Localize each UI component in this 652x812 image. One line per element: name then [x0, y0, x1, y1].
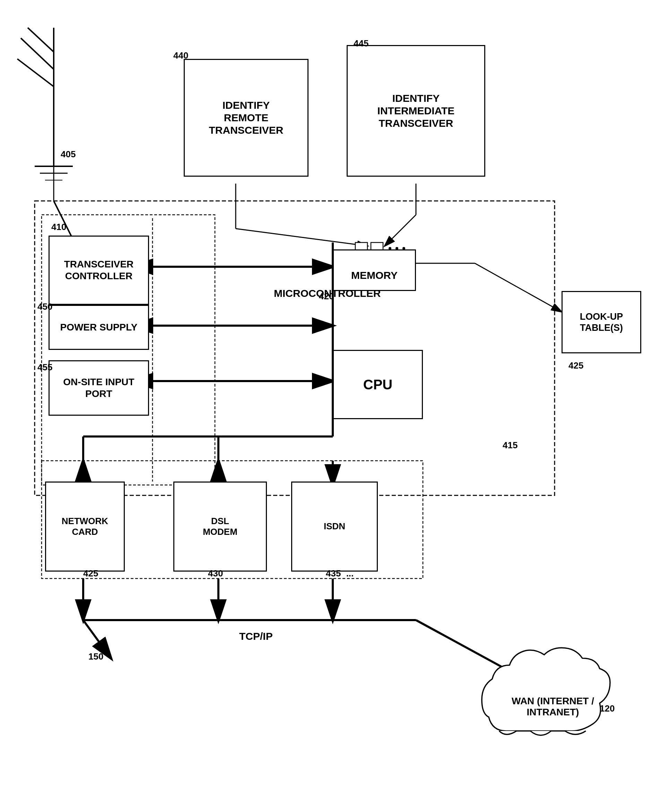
memory-box: MEMORY [333, 249, 416, 291]
svg-line-7 [28, 28, 54, 52]
identify-intermediate-transceiver-box: IDENTIFY INTERMEDIATE TRANSCEIVER [347, 45, 485, 177]
wan-label: WAN (INTERNET / INTRANET) [499, 682, 607, 731]
ref-425-lookup-label: 425 [568, 360, 583, 371]
lookup-table-box: LOOK-UP TABLE(S) [562, 291, 641, 353]
ref-150-label: 150 [89, 651, 103, 662]
power-supply-box: POWER SUPPLY [49, 305, 149, 350]
svg-line-25 [475, 263, 562, 312]
ref-445-label: 445 [354, 38, 369, 49]
ref-440-label: 440 [173, 50, 188, 61]
cpu-box: CPU [333, 350, 423, 419]
diagram: IDENTIFY REMOTE TRANSCEIVER IDENTIFY INT… [0, 0, 652, 812]
tcpip-label: TCP/IP [239, 630, 273, 642]
ref-450-label: 450 [37, 301, 52, 312]
ref-430-label: 430 [208, 568, 223, 579]
svg-line-42 [416, 620, 530, 682]
ref-415-label: 415 [503, 440, 517, 451]
ref-455-label: 455 [37, 362, 52, 373]
svg-line-18 [385, 215, 416, 246]
isdn-box: ISDN [291, 482, 378, 572]
ref-405-label: 405 [61, 149, 75, 160]
onsite-input-port-box: ON-SITE INPUT PORT [49, 360, 149, 416]
svg-line-9 [17, 59, 54, 87]
ref-410-label: 410 [51, 222, 66, 232]
network-card-box: NETWORK CARD [45, 482, 125, 572]
transceiver-controller-box: TRANSCEIVER CONTROLLER [49, 235, 149, 305]
ref-425-net-label: 425 [83, 568, 98, 579]
ref-420-label: 420 [319, 291, 334, 302]
dsl-modem-box: DSL MODEM [173, 482, 267, 572]
ref-435-label: 435 ... [326, 568, 354, 579]
svg-line-8 [21, 38, 54, 69]
identify-remote-transceiver-box: IDENTIFY REMOTE TRANSCEIVER [184, 59, 309, 177]
svg-line-16 [236, 229, 367, 246]
